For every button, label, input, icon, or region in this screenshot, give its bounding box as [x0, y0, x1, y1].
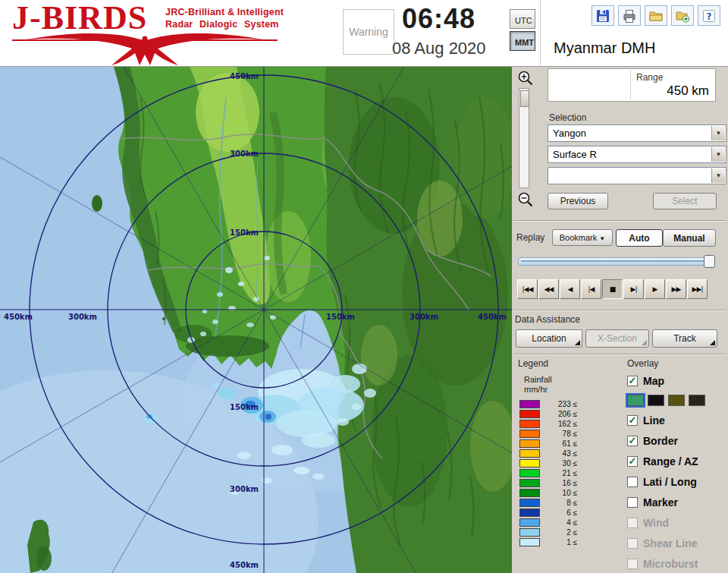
chevron-down-icon[interactable]: ▼: [711, 126, 725, 140]
checkbox[interactable]: [627, 477, 638, 487]
app-logo: J-BIRDS JRC-Brilliant & Intelligent Rada…: [12, 2, 278, 65]
site-dropdown[interactable]: Yangon ▼: [548, 124, 726, 142]
legend-row: 30 ≤: [519, 458, 618, 468]
legend-value: 6 ≤: [544, 508, 577, 517]
map-style-swatch[interactable]: [648, 395, 664, 406]
print-icon[interactable]: [618, 5, 641, 26]
save-icon[interactable]: [592, 5, 614, 26]
map-style-swatch[interactable]: [689, 395, 705, 406]
auto-button[interactable]: Auto: [616, 229, 663, 247]
zoom-in-icon[interactable]: [516, 70, 534, 87]
legend-row: 206 ≤: [519, 409, 618, 419]
legend-row: 2 ≤: [519, 527, 618, 537]
svg-text:150km: 150km: [326, 313, 355, 321]
radar-map[interactable]: 450km300km150km150km300km450km450km300km…: [0, 67, 512, 573]
open-folder-icon[interactable]: [645, 5, 667, 26]
overlay-item-label: Line: [643, 414, 665, 427]
overlay-item-line: ✓Line: [627, 410, 727, 430]
svg-text:450km: 450km: [230, 72, 259, 80]
chevron-down-icon[interactable]: ▼: [711, 168, 725, 183]
legend-row: 1 ≤: [519, 537, 618, 547]
replay-timeline-slider[interactable]: [518, 255, 715, 266]
eagle-logo-icon: [12, 32, 278, 67]
legend-color-chip: [519, 528, 540, 537]
clock-time: 06:48: [402, 3, 475, 35]
overlay-title: Overlay: [627, 358, 658, 369]
replay-timeline-track[interactable]: [518, 257, 715, 266]
legend-title: Legend: [518, 358, 548, 369]
chevron-down-icon: ▼: [599, 235, 605, 242]
legend-row: 233 ≤: [519, 399, 618, 409]
manual-button[interactable]: Manual: [663, 229, 716, 247]
legend-value: 233 ≤: [544, 400, 577, 408]
legend-value: 162 ≤: [544, 420, 577, 428]
checkbox: [627, 538, 638, 549]
checkbox[interactable]: ✓: [627, 456, 638, 467]
legend-color-chip: [519, 430, 540, 438]
zoom-slider[interactable]: [519, 88, 529, 188]
location-button[interactable]: Location: [516, 329, 582, 348]
checkbox[interactable]: [627, 497, 638, 508]
legend-row: 4 ≤: [519, 518, 618, 527]
legend-color-chip: [519, 400, 540, 408]
legend-color-chip: [519, 469, 540, 477]
bookmark-button-label: Bookmark: [560, 233, 598, 242]
svg-text:450km: 450km: [4, 313, 33, 321]
warning-indicator: Warning: [343, 9, 394, 55]
svg-text:300km: 300km: [410, 313, 438, 321]
fast-forward-button[interactable]: ▶▶: [666, 279, 686, 299]
svg-text:?: ?: [707, 11, 712, 21]
chevron-down-icon[interactable]: ▼: [711, 147, 725, 162]
svg-text:150km: 150km: [230, 228, 259, 237]
legend-value: 4 ≤: [544, 518, 577, 527]
utc-button[interactable]: UTC: [510, 9, 535, 29]
legend-value: 16 ≤: [544, 479, 577, 487]
checkbox[interactable]: ✓: [627, 436, 638, 446]
play-backward-button[interactable]: ◀: [560, 279, 580, 299]
fast-rewind-button[interactable]: ◀◀: [538, 279, 559, 299]
product-dropdown-value: Surface R: [553, 146, 597, 162]
track-button[interactable]: Track: [652, 329, 717, 348]
mmt-button[interactable]: MMT: [510, 31, 535, 51]
svg-text:450km: 450km: [478, 313, 507, 321]
overlay-item-label: Border: [643, 435, 678, 447]
product-dropdown[interactable]: Surface R ▼: [548, 146, 726, 163]
previous-button[interactable]: Previous: [548, 193, 608, 209]
jump-end-button[interactable]: ▶▶|: [687, 279, 708, 299]
replay-timeline-handle[interactable]: [704, 255, 715, 268]
zoom-slider-handle[interactable]: [520, 90, 529, 107]
legend-value: 21 ≤: [544, 469, 577, 477]
legend-color-chip: [519, 410, 540, 418]
overlay-item-marker: Marker: [627, 492, 727, 512]
help-icon[interactable]: ?: [698, 5, 720, 26]
map-style-swatch[interactable]: [668, 395, 685, 406]
legend-row: 10 ≤: [519, 488, 618, 498]
step-forward-button[interactable]: ▶|: [623, 279, 644, 299]
step-back-button[interactable]: |◀: [581, 279, 601, 299]
replay-label: Replay: [516, 232, 544, 243]
zoom-out-icon[interactable]: [516, 191, 534, 209]
app-subtitle-1: JRC-Brilliant & Intelligent: [165, 7, 284, 17]
header-bar: J-BIRDS JRC-Brilliant & Intelligent Rada…: [0, 0, 728, 67]
overlay-item-label: Microburst: [643, 558, 698, 570]
overlay-item-shear-line: Shear Line: [627, 533, 727, 553]
svg-text:300km: 300km: [230, 150, 259, 158]
legend-color-chip: [519, 508, 540, 517]
stop-button[interactable]: ■: [602, 279, 623, 299]
option-dropdown[interactable]: ▼: [548, 167, 726, 184]
bookmark-button[interactable]: Bookmark▼: [552, 229, 613, 246]
overlay-item-label: Shear Line: [643, 537, 698, 549]
site-dropdown-value: Yangon: [553, 125, 586, 141]
legend-color-chip: [519, 459, 540, 468]
legend-color-chip: [519, 449, 540, 458]
export-icon[interactable]: [671, 5, 694, 26]
select-button[interactable]: Select: [653, 193, 717, 209]
map-style-swatch[interactable]: [627, 395, 644, 406]
jump-start-button[interactable]: |◀◀: [517, 279, 538, 299]
play-button[interactable]: ▶: [645, 279, 665, 299]
overlay-item-wind: Wind: [627, 512, 727, 533]
x-section-button[interactable]: X-Section: [585, 329, 649, 348]
overlay-item-label: Lati / Long: [643, 476, 697, 488]
checkbox[interactable]: ✓: [627, 376, 638, 386]
checkbox[interactable]: ✓: [627, 415, 638, 426]
